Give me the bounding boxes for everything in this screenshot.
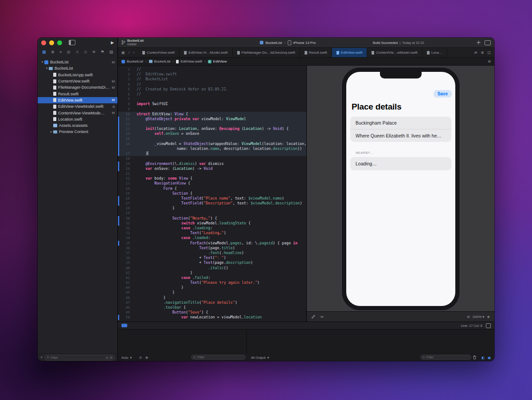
- source-editor[interactable]: 1//2// EditView.swift3// BucketList4//5/…: [118, 66, 306, 322]
- line-number[interactable]: 31: [118, 221, 130, 226]
- line-number[interactable]: 17: [118, 151, 130, 156]
- disclosure-triangle-icon[interactable]: ▸: [49, 130, 53, 133]
- variables-filter-field[interactable]: ⊙ Filter: [191, 355, 246, 360]
- line-number[interactable]: 44: [118, 285, 130, 290]
- source-control-navigator-icon[interactable]: ⊗: [51, 50, 55, 54]
- code-line[interactable]: 15: [118, 137, 306, 141]
- code-line[interactable]: 33 Text("Loading…"): [118, 231, 306, 235]
- zoom-out-icon[interactable]: ⊖: [467, 315, 470, 319]
- code-line[interactable]: 23 NavigationView {: [118, 181, 306, 186]
- recent-files-icon[interactable]: ◎: [106, 356, 109, 360]
- code-line[interactable]: 50 var newLocation = viewModel.location: [118, 315, 306, 320]
- code-line[interactable]: 17 }: [118, 151, 306, 156]
- toggle-variables-view-icon[interactable]: ◧: [481, 354, 485, 361]
- code-line[interactable]: 45 }: [118, 290, 306, 295]
- line-number[interactable]: 28: [118, 206, 130, 211]
- line-number[interactable]: 9: [118, 107, 130, 112]
- code-line[interactable]: 1//: [118, 67, 306, 72]
- add-expression-icon[interactable]: ⊕: [145, 354, 148, 361]
- code-line[interactable]: 4//: [118, 82, 306, 87]
- file-tree-row[interactable]: FileManager-DocumentsDir…M: [38, 84, 117, 90]
- toggle-sidebar-icon[interactable]: [69, 40, 75, 45]
- zoom-level[interactable]: 100% ▾: [473, 315, 485, 319]
- code-line[interactable]: 14 self.onSave = onSave: [118, 131, 306, 136]
- file-tree-row[interactable]: BucketListApp.swift: [38, 72, 117, 78]
- file-tree-row[interactable]: ▾BucketListM: [38, 59, 117, 65]
- code-line[interactable]: 38 + Text(": "): [118, 255, 306, 260]
- code-line[interactable]: 6//: [118, 92, 306, 97]
- line-number[interactable]: 16: [118, 141, 130, 146]
- zoom-in-icon[interactable]: ⊕: [487, 315, 490, 319]
- code-line[interactable]: 25 Section {: [118, 191, 306, 196]
- line-number[interactable]: 5: [118, 87, 130, 92]
- editor-tab[interactable]: ContentView.swift: [138, 48, 180, 57]
- code-line[interactable]: 47 .navigationTitle("Place details"): [118, 300, 306, 305]
- scheme-device[interactable]: iPhone 13 Pro: [293, 41, 316, 45]
- preview-save-button[interactable]: Save: [434, 90, 452, 98]
- code-line[interactable]: 8import SwiftUI: [118, 102, 306, 106]
- library-add-icon[interactable]: +: [477, 39, 481, 47]
- line-number[interactable]: 13: [118, 126, 130, 131]
- file-tree-row[interactable]: Result.swift: [38, 90, 117, 97]
- line-number[interactable]: 3: [118, 77, 130, 82]
- code-line[interactable]: 16 _viewModel = StateObject(wrappedValue…: [118, 141, 306, 146]
- code-line[interactable]: 39 + Text(page.description): [118, 260, 306, 265]
- disclosure-triangle-icon[interactable]: ▾: [45, 67, 49, 70]
- file-tree-row[interactable]: ContentView.swiftM: [38, 78, 117, 84]
- editor-tab[interactable]: Result.swift: [300, 48, 332, 57]
- line-number[interactable]: 12: [118, 122, 130, 126]
- line-number[interactable]: 43: [118, 280, 130, 285]
- file-tree-row[interactable]: Location.swift: [38, 116, 117, 122]
- line-number[interactable]: 25: [118, 191, 130, 196]
- minimap-icon[interactable]: ⊞: [488, 59, 491, 63]
- line-number[interactable]: 29: [118, 211, 130, 216]
- back-icon[interactable]: ‹: [129, 51, 130, 55]
- jump-bar-item[interactable]: BucketList: [149, 59, 171, 63]
- test-navigator-icon[interactable]: ◇: [84, 50, 87, 54]
- line-number[interactable]: 47: [118, 300, 130, 305]
- line-number[interactable]: 18: [118, 156, 130, 161]
- pin-preview-icon[interactable]: [311, 314, 316, 319]
- file-tree-row[interactable]: EditView-ViewModel.swiftA: [38, 103, 117, 110]
- code-line[interactable]: 3// BucketList: [118, 77, 306, 82]
- editor-tab[interactable]: EditView.swift: [332, 48, 368, 57]
- line-number[interactable]: 23: [118, 181, 130, 186]
- line-number[interactable]: 45: [118, 290, 130, 295]
- scheme-selector[interactable]: BucketList › iPhone 13 Pro: [260, 38, 316, 47]
- editor-tab[interactable]: Loca…: [422, 48, 447, 57]
- line-number[interactable]: 27: [118, 201, 130, 206]
- code-line[interactable]: 35 ForEach(viewModel.pages, id: \.pageid…: [118, 241, 306, 246]
- line-number[interactable]: 36: [118, 246, 130, 251]
- line-number[interactable]: [118, 146, 130, 151]
- symbol-navigator-icon[interactable]: ≡: [59, 50, 62, 54]
- line-number[interactable]: 46: [118, 295, 130, 300]
- line-number[interactable]: 50: [118, 315, 130, 320]
- line-number[interactable]: 48: [118, 305, 130, 310]
- minimize-window-button[interactable]: [49, 40, 54, 45]
- code-line[interactable]: 40 .italic(): [118, 266, 306, 271]
- forward-icon[interactable]: ›: [133, 51, 134, 55]
- code-line[interactable]: 32 case .loading:: [118, 226, 306, 231]
- editor-options-icon[interactable]: ≣: [481, 51, 484, 55]
- line-number[interactable]: 7: [118, 97, 130, 102]
- preview-canvas[interactable]: Save Place details Buckingham Palace Whe…: [307, 66, 494, 311]
- close-window-button[interactable]: [41, 40, 46, 45]
- editor-tab[interactable]: ContentVie…wModel.swift: [367, 48, 422, 57]
- code-line[interactable]: name: location.name, description: locati…: [118, 146, 306, 151]
- jump-bar-item[interactable]: SEditView: [208, 59, 227, 63]
- line-number[interactable]: 19: [118, 161, 130, 166]
- line-number[interactable]: 20: [118, 166, 130, 171]
- code-line[interactable]: 41 }: [118, 271, 306, 275]
- line-number[interactable]: 49: [118, 310, 130, 315]
- code-line[interactable]: 21: [118, 171, 306, 176]
- breakpoints-indicator[interactable]: [121, 324, 127, 327]
- line-number[interactable]: 6: [118, 92, 130, 97]
- code-line[interactable]: 26 TextField("Place name", text: $viewMo…: [118, 196, 306, 201]
- report-navigator-icon[interactable]: ▤: [109, 50, 113, 54]
- line-number[interactable]: 4: [118, 82, 130, 87]
- device-preview-icon[interactable]: [485, 40, 491, 45]
- line-number[interactable]: 41: [118, 271, 130, 275]
- code-line[interactable]: 30 Section("Nearby…") {: [118, 216, 306, 221]
- code-line[interactable]: 10struct EditView: View {: [118, 112, 306, 117]
- code-line[interactable]: 9: [118, 107, 306, 112]
